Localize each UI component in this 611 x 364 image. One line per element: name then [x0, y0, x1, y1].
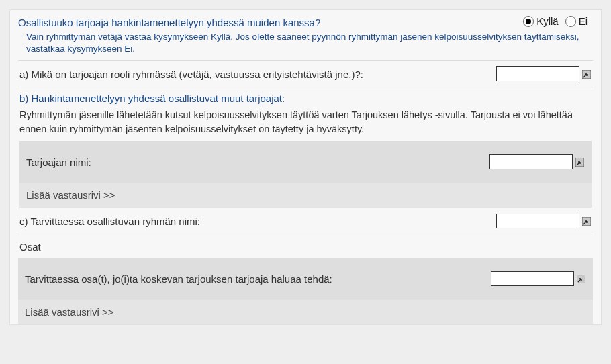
radio-no-label: Ei — [579, 15, 588, 27]
input-parts[interactable] — [491, 271, 574, 286]
input-a[interactable] — [496, 66, 579, 81]
expand-icon[interactable] — [581, 69, 592, 79]
row-a: a) Mikä on tarjoajan rooli ryhmässä (vet… — [18, 60, 593, 87]
label-b-text: Ryhmittymän jäsenille lähetetään kutsut … — [19, 108, 592, 136]
radio-no[interactable] — [565, 16, 576, 27]
row-c: c) Tarvittaessa osallistuvan ryhmän nimi… — [18, 208, 593, 234]
add-row-b[interactable]: Lisää vastausrivi >> — [19, 183, 592, 208]
question-title: Osallistuuko tarjoaja hankintamenettelyy… — [18, 17, 320, 28]
question-header: Osallistuuko tarjoaja hankintamenettelyy… — [18, 17, 593, 28]
input-wrap-parts — [491, 271, 586, 286]
nested-parts: Tarvittaessa osa(t), jo(i)ta koskevan ta… — [18, 258, 593, 324]
input-c[interactable] — [496, 214, 579, 228]
expand-icon[interactable] — [581, 216, 592, 226]
nested-row-bidder: Tarjoajan nimi: — [19, 141, 592, 183]
add-row-parts[interactable]: Lisää vastausrivi >> — [18, 300, 593, 324]
question-helper: Vain ryhmittymän vetäjä vastaa kysymykse… — [26, 31, 593, 55]
label-b-title: b) Hankintamenettelyyn yhdessä osallistu… — [19, 93, 592, 104]
input-bidder[interactable] — [489, 154, 573, 169]
label-c: c) Tarvittaessa osallistuvan ryhmän nimi… — [19, 216, 496, 227]
label-bidder: Tarjoajan nimi: — [26, 156, 91, 168]
nested-row-parts: Tarvittaessa osa(t), jo(i)ta koskevan ta… — [18, 258, 593, 300]
nested-b: Tarjoajan nimi: Lisää vastausrivi >> — [19, 141, 592, 208]
input-wrap-bidder — [489, 154, 585, 169]
input-wrap-a — [496, 66, 592, 81]
label-a: a) Mikä on tarjoajan rooli ryhmässä (vet… — [19, 69, 496, 80]
radio-yes-label: Kyllä — [536, 15, 559, 27]
expand-icon[interactable] — [575, 273, 586, 284]
radio-yes[interactable] — [523, 16, 534, 27]
label-parts: Tarvittaessa osa(t), jo(i)ta koskevan ta… — [25, 273, 332, 285]
section-parts-heading: Osat — [18, 234, 593, 258]
form-panel: Osallistuuko tarjoaja hankintamenettelyy… — [9, 9, 602, 325]
expand-icon[interactable] — [574, 156, 585, 167]
radio-group: Kyllä Ei — [523, 15, 588, 27]
input-wrap-c — [496, 214, 592, 228]
row-b: b) Hankintamenettelyyn yhdessä osallistu… — [18, 87, 593, 208]
